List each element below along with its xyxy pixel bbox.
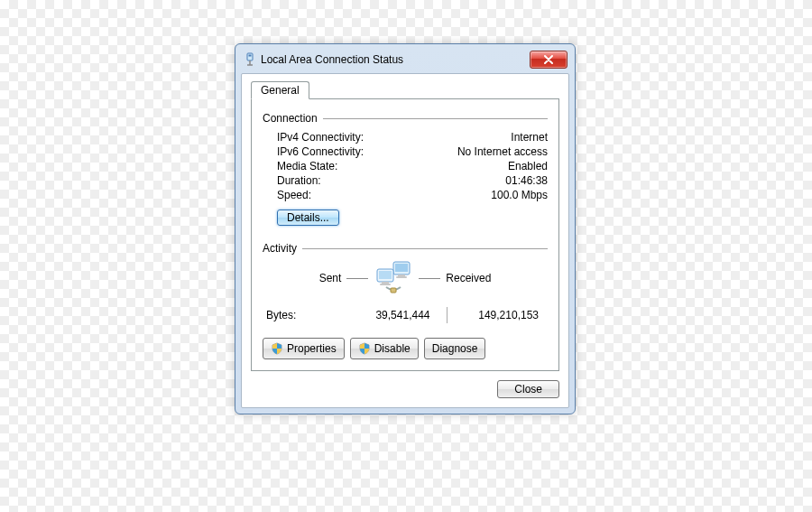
dialog-footer: Close [251,380,559,398]
ipv4-row: IPv4 Connectivity: Internet [263,130,548,144]
connection-group-label: Connection [263,112,548,125]
diagnose-button[interactable]: Diagnose [424,338,486,359]
close-icon [544,55,553,64]
svg-rect-0 [247,53,253,61]
network-computers-icon [374,260,413,296]
disable-button[interactable]: Disable [350,338,419,359]
speed-row: Speed: 100.0 Mbps [263,188,548,202]
activity-graphic: Sent [263,260,548,296]
properties-button[interactable]: Properties [263,338,345,359]
svg-rect-11 [380,284,391,285]
window-title: Local Area Connection Status [261,53,530,66]
divider [346,278,368,279]
tab-general[interactable]: General [251,81,309,99]
ipv6-row: IPv6 Connectivity: No Internet access [263,144,548,159]
svg-rect-6 [398,275,405,276]
close-button[interactable]: Close [497,380,559,398]
disable-button-label: Disable [374,342,411,355]
diagnose-button-label: Diagnose [432,342,478,355]
connection-status-window: Local Area Connection Status General Con… [235,43,576,414]
connection-group-text: Connection [263,112,318,125]
ipv4-label: IPv4 Connectivity: [277,131,364,144]
speed-value: 100.0 Mbps [491,189,548,201]
svg-rect-10 [382,282,389,284]
duration-label: Duration: [277,174,321,187]
activity-group-label: Activity [263,242,548,255]
properties-button-label: Properties [287,342,337,355]
ipv4-value: Internet [511,131,548,144]
svg-rect-7 [396,276,407,278]
duration-value: 01:46:38 [505,174,548,187]
bytes-label: Bytes: [266,309,338,321]
media-state-row: Media State: Enabled [263,159,548,173]
window-close-button[interactable] [530,51,567,69]
divider [302,248,548,249]
duration-row: Duration: 01:46:38 [263,173,548,188]
activity-group-text: Activity [263,242,297,255]
tab-content-general: Connection IPv4 Connectivity: Internet I… [251,98,559,371]
divider [323,118,548,119]
details-button[interactable]: Details... [277,209,339,226]
client-area: General Connection IPv4 Connectivity: In… [241,73,569,408]
divider [419,278,440,279]
media-state-label: Media State: [277,160,337,172]
bytes-sent-value: 39,541,444 [338,309,447,321]
media-state-value: Enabled [508,160,548,172]
received-label: Received [446,272,491,284]
bytes-received-value: 149,210,153 [448,309,549,321]
ipv6-value: No Internet access [457,145,548,158]
bytes-row: Bytes: 39,541,444 149,210,153 [263,307,548,323]
titlebar: Local Area Connection Status [241,50,569,73]
svg-rect-1 [249,55,252,57]
network-adapter-icon [243,52,257,67]
shield-icon [271,342,283,355]
shield-icon [358,342,371,355]
tab-strip: General [251,81,559,99]
sent-label: Sent [319,272,342,284]
ipv6-label: IPv6 Connectivity: [277,145,364,158]
speed-label: Speed: [277,189,311,201]
svg-rect-9 [379,271,392,279]
action-button-row: Properties Disable Diagnose [263,338,548,359]
svg-rect-5 [395,264,408,272]
svg-rect-12 [391,288,396,293]
